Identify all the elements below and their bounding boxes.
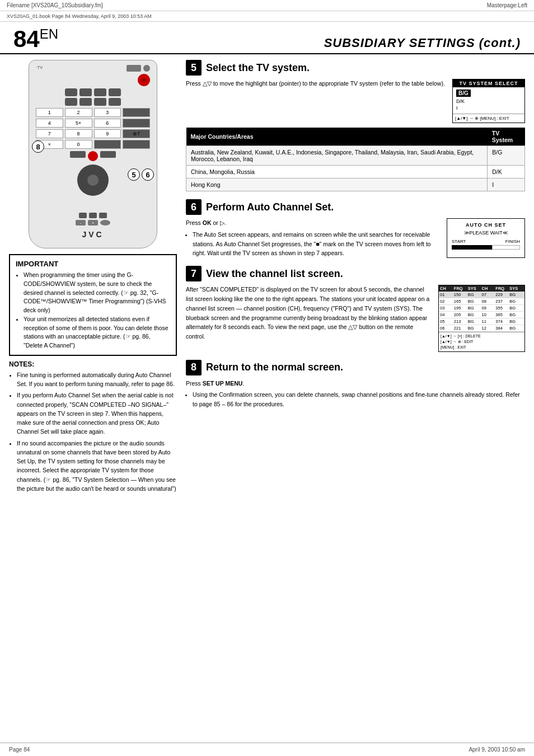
please-wait-label: ≫PLEASE WAIT≪ — [452, 230, 520, 236]
step6-title: Perform Auto Channel Set. — [206, 201, 334, 213]
bottom-bar: Page 84 April 9, 2003 10:50 am — [0, 743, 534, 756]
progress-filled — [452, 245, 492, 250]
step5-title: Select the TV system. — [206, 62, 310, 74]
important-title: IMPORTANT — [16, 260, 170, 268]
page-number-area: 84EN — [13, 27, 58, 51]
step6-bullet-1: The Auto Set screen appears, and remains… — [193, 230, 441, 258]
progress-labels: START FINISH — [452, 239, 520, 244]
page-title: SUBSIDIARY SETTINGS (cont.) — [324, 36, 521, 50]
step5-section: 5 Select the TV system. Press △▽ to move… — [186, 60, 525, 191]
ch-row-1: 01 150 BG 07 229 BG — [439, 292, 524, 298]
table-header-countries: Major Countries/Areas — [186, 128, 488, 146]
book-info: XVS20AG_01.book Page 84 Wednesday, April… — [7, 13, 152, 19]
btm-btn-a — [79, 213, 87, 218]
rbtn-a — [65, 88, 77, 96]
step6-instruction: Press OK or ▷. — [186, 218, 441, 228]
remote-btm-row — [36, 213, 150, 218]
num-8: 8 — [65, 129, 92, 138]
num-9: 9 — [94, 129, 121, 138]
progress-bar — [452, 245, 520, 250]
bottom-date: April 9, 2003 10:50 am — [469, 746, 525, 753]
auto-ch-title: AUTO CH SET — [452, 222, 520, 228]
step7-number: 7 — [186, 266, 202, 281]
num-4: 4 — [36, 119, 63, 128]
row3-countries: Hong Kong — [186, 179, 488, 191]
step8-section: 8 Return to the normal screen. Press SET… — [186, 360, 525, 409]
notes-title: NOTES: — [9, 360, 177, 368]
step8-number: 8 — [186, 360, 202, 375]
ch-footer-line-3: [MENU] : EXIT — [441, 345, 523, 350]
page-number: 84EN — [13, 26, 58, 52]
row2-system: D/K — [488, 166, 525, 179]
right-column: 5 Select the TV system. Press △▽ to move… — [186, 60, 525, 493]
num-5: 5+ — [65, 119, 92, 128]
step-badge-6: 6 — [142, 168, 154, 181]
step8-bullet-1: Using the Confirmation screen, you can d… — [193, 390, 525, 409]
rewind-btn — [70, 151, 86, 158]
play-btn — [88, 151, 98, 161]
step8-instruction: Press SET UP MENU. — [186, 379, 525, 388]
step8-title: Return to the normal screen. — [206, 361, 343, 373]
step6-body: Press OK or ▷. The Auto Set screen appea… — [186, 218, 525, 258]
masterpage-label: Masterpage:Left — [487, 2, 527, 8]
left-column: ·TV — [9, 60, 177, 493]
notes-list: Fine tuning is performed automatically d… — [9, 370, 177, 493]
num-7: 7 — [36, 129, 63, 138]
num-10r: ⊕7 — [123, 129, 150, 138]
ch-row-3: 03 195 BG 09 355 BG — [439, 305, 524, 312]
tv-system-select-box: TV SYSTEM SELECT B/G D/K I [▲/▼] → ⊕ [ME… — [452, 79, 525, 123]
num-3: 3 — [94, 108, 121, 117]
remote-top-btn1 — [127, 65, 141, 72]
step5-description: Press △▽ to move the highlight bar (poin… — [186, 79, 447, 123]
rbtn-h — [109, 98, 121, 106]
remote-row-2 — [36, 98, 150, 106]
step5-body: Press △▽ to move the highlight bar (poin… — [186, 79, 525, 123]
btm-btn-b — [89, 213, 97, 218]
rbtn-f — [79, 98, 92, 106]
step5-header: 5 Select the TV system. — [186, 60, 525, 76]
rbtn-d — [109, 88, 121, 96]
num-12r — [123, 140, 150, 149]
row1-system: B/G — [488, 146, 525, 166]
num-2: 2 — [65, 108, 92, 117]
bottom-page: Page 84 — [9, 746, 30, 753]
ch-footer-line-2: [▲/▼] → ⊕ : EDIT — [441, 339, 523, 345]
notes-item-1: Fine tuning is performed automatically d… — [17, 370, 177, 389]
rbtn-e — [65, 98, 77, 106]
ch-list-header: CH FRQ SYS CH FRQ SYS — [439, 285, 524, 292]
progress-empty — [492, 245, 520, 250]
num-11r — [94, 140, 121, 149]
ch-row-5: 05 213 BG 11 374 BG — [439, 318, 524, 325]
dpad — [77, 165, 109, 196]
channel-list-box: CH FRQ SYS CH FRQ SYS 01 150 BG 07 229 B… — [438, 285, 525, 351]
tv-system-dk: D/K — [456, 98, 521, 105]
tv-system-box-title: TV SYSTEM SELECT — [453, 79, 524, 87]
step7-section: 7 View the channel list screen. After "S… — [186, 266, 525, 351]
step6-section: 6 Perform Auto Channel Set. Press OK or … — [186, 199, 525, 258]
step8-header: 8 Return to the normal screen. — [186, 360, 525, 375]
num-6: 6 — [94, 119, 121, 128]
table-header-system: TV System — [488, 128, 525, 146]
remote-transport-row — [36, 151, 150, 161]
step7-description: After "SCAN COMPLETED" is displayed on t… — [186, 285, 433, 351]
rbtn-b — [79, 88, 92, 96]
rbtn-c — [94, 88, 106, 96]
tv-system-footer: [▲/▼] → ⊕ [MENU] : EXIT — [453, 114, 524, 123]
num-4r — [123, 108, 150, 117]
vol-extra — [100, 220, 110, 226]
remote-vol-row: - + — [36, 220, 150, 226]
remote-row-1 — [36, 88, 150, 96]
row2-countries: China, Mongolia, Russia — [186, 166, 488, 179]
start-label: START — [452, 239, 466, 244]
notes-box: NOTES: Fine tuning is performed automati… — [9, 360, 177, 493]
ch-list-footer: [▲/▼] → [×] : DELETE [▲/▼] → ⊕ : EDIT [M… — [439, 332, 524, 351]
step8-text: Press SET UP MENU. Using the Confirmatio… — [186, 379, 525, 409]
book-info-bar: XVS20AG_01.book Page 84 Wednesday, April… — [0, 11, 534, 22]
important-list: When programming the timer using the G-C… — [16, 271, 170, 350]
step-badge-5: 5 — [128, 168, 140, 181]
ch-row-6: 06 221 BG 12 384 BG — [439, 325, 524, 332]
important-item-2: Your unit memorizes all detected station… — [24, 315, 170, 350]
step7-body: After "SCAN COMPLETED" is displayed on t… — [186, 285, 525, 351]
step7-header: 7 View the channel list screen. — [186, 266, 525, 281]
tv-system-content: B/G D/K I — [453, 87, 524, 114]
